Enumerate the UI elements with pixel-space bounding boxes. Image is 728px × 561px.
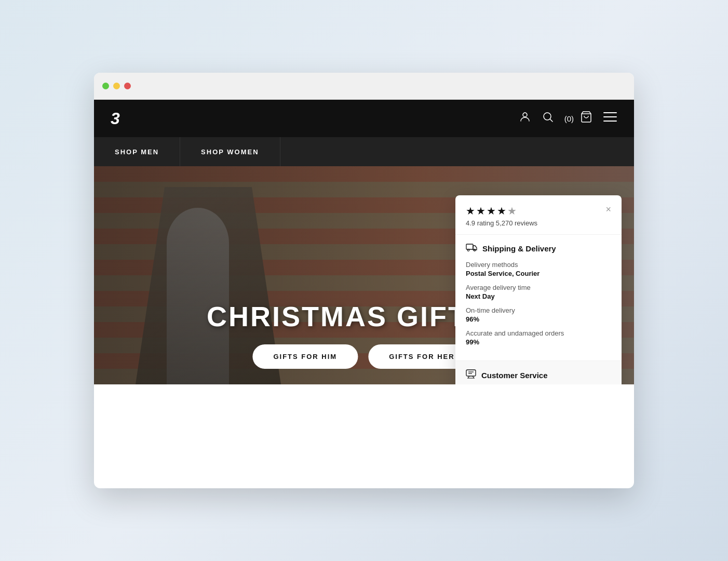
cart-count: (0) [564,114,574,123]
shipping-section: Shipping & Delivery Delivery methods Pos… [455,235,622,361]
browser-window: 3 (0) [94,73,634,488]
avg-delivery-value: Next Day [466,292,611,300]
popup-close-button[interactable]: × [605,205,611,214]
avg-delivery-row: Average delivery time Next Day [466,284,611,300]
gifts-him-button[interactable]: GIFTS FOR HIM [252,344,358,369]
svg-point-0 [523,113,527,117]
shipping-icon [466,243,477,253]
customer-service-icon [466,369,476,381]
traffic-lights [102,83,131,89]
menu-icon[interactable] [603,111,617,126]
delivery-methods-row: Delivery methods Postal Service, Courier [466,261,611,277]
customer-service-title: Customer Service [481,371,548,380]
popup-stars: ★★★★★ [466,205,537,217]
shipping-title: Shipping & Delivery [482,244,556,253]
brand-logo[interactable]: 3 [111,109,119,128]
traffic-light-green[interactable] [102,83,109,89]
cart-icon[interactable] [580,111,592,126]
nav-shop-women[interactable]: SHOP WOMEN [180,137,280,166]
secondary-nav: SHOP MEN SHOP WOMEN [94,137,634,166]
svg-point-1 [544,113,551,120]
popup-rating-text: 4.9 rating 5,270 reviews [466,219,537,227]
avg-delivery-label: Average delivery time [466,284,611,291]
shipping-header: Shipping & Delivery [466,243,611,253]
traffic-light-yellow[interactable] [113,83,120,89]
svg-point-8 [467,249,469,251]
svg-rect-7 [466,244,473,249]
navbar: 3 (0) [94,100,634,137]
svg-line-2 [550,119,552,122]
popup-panel: ★★★★★ 4.9 rating 5,270 reviews × [455,195,622,384]
traffic-light-red[interactable] [124,83,131,89]
browser-chrome [94,73,634,100]
hero-section: CHRISTMAS GIFTING GIFTS FOR HIM GIFTS FO… [94,166,634,384]
hero-buttons: GIFTS FOR HIM GIFTS FOR HER [252,344,475,369]
accurate-value: 99% [466,338,611,346]
nav-shop-men[interactable]: SHOP MEN [94,137,180,166]
customer-service-header: Customer Service [466,369,611,381]
accurate-label: Accurate and undamaged orders [466,329,611,337]
delivery-methods-label: Delivery methods [466,261,611,269]
popup-rating-container: ★★★★★ 4.9 rating 5,270 reviews [466,205,537,227]
popup-header: ★★★★★ 4.9 rating 5,270 reviews × [455,195,622,235]
on-time-label: On-time delivery [466,306,611,314]
account-icon[interactable] [519,111,531,126]
customer-service-section: Customer Service Communication channels … [455,361,622,384]
svg-rect-10 [466,370,476,376]
on-time-value: 96% [466,315,611,323]
on-time-row: On-time delivery 96% [466,306,611,323]
search-icon[interactable] [542,111,554,126]
nav-icons: (0) [519,111,617,126]
delivery-methods-value: Postal Service, Courier [466,270,611,277]
accurate-row: Accurate and undamaged orders 99% [466,329,611,346]
